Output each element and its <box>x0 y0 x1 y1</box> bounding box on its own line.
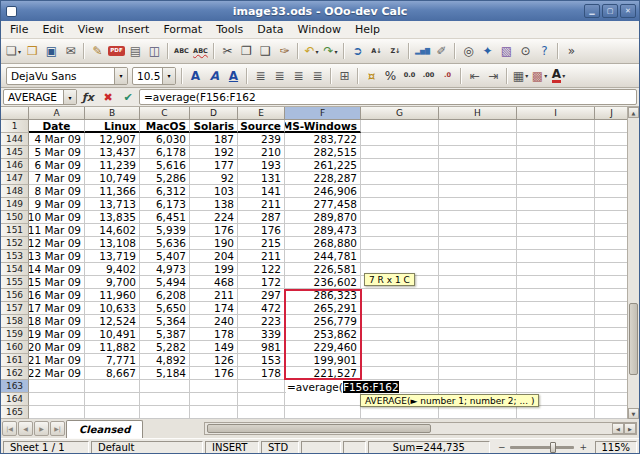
cell[interactable]: 10,749 <box>85 172 140 185</box>
cell[interactable]: 246,906 <box>285 185 361 198</box>
cell[interactable]: Date <box>29 120 85 133</box>
cell[interactable] <box>361 406 439 419</box>
add-decimal-button[interactable]: .00 <box>419 66 438 86</box>
cell[interactable]: 287 <box>238 211 285 224</box>
sort-descending-button[interactable]: Z↓ <box>386 41 405 61</box>
draw-functions-button[interactable]: ✐ <box>432 41 451 61</box>
cell[interactable] <box>285 406 361 419</box>
row-header-156[interactable]: 156 <box>1 289 29 302</box>
cell[interactable]: 22 Mar 09 <box>29 367 85 380</box>
cell[interactable]: 268,880 <box>285 237 361 250</box>
column-header-B[interactable]: B <box>85 107 140 120</box>
cell[interactable] <box>85 406 140 419</box>
menu-view[interactable]: View <box>71 21 111 38</box>
cell[interactable]: 5,636 <box>140 237 190 250</box>
cell[interactable] <box>439 172 517 185</box>
cell[interactable]: 149 <box>190 341 238 354</box>
background-color-dropdown-icon[interactable]: ▾ <box>544 72 547 79</box>
borders-dropdown-icon[interactable]: ▾ <box>525 72 528 79</box>
row-header-158[interactable]: 158 <box>1 315 29 328</box>
cell[interactable]: 256,779 <box>285 315 361 328</box>
cell[interactable]: Solaris <box>190 120 238 133</box>
row-header-1[interactable]: 1 <box>1 120 29 133</box>
cell[interactable]: 15 Mar 09 <box>29 276 85 289</box>
cell[interactable] <box>361 133 439 146</box>
next-sheet-button[interactable]: ▶ <box>34 421 49 436</box>
cell[interactable]: 297 <box>238 289 285 302</box>
find-replace-button[interactable]: ◎ <box>459 41 478 61</box>
cell[interactable] <box>29 380 85 393</box>
cell[interactable]: 211 <box>238 250 285 263</box>
cell[interactable]: 239 <box>238 133 285 146</box>
menu-tools[interactable]: Tools <box>209 21 250 38</box>
cell[interactable]: 9 Mar 09 <box>29 198 85 211</box>
cell[interactable] <box>439 133 517 146</box>
cell[interactable] <box>595 380 629 393</box>
cell[interactable] <box>517 263 595 276</box>
print-button[interactable]: ▤ <box>126 41 145 61</box>
insert-chart-button[interactable]: ▂▅▇ <box>413 41 432 61</box>
cell[interactable] <box>517 224 595 237</box>
column-header-C[interactable]: C <box>140 107 190 120</box>
cell[interactable]: 6,178 <box>140 146 190 159</box>
open-button[interactable]: ❒ <box>23 41 42 61</box>
row-header-165[interactable]: 165 <box>1 406 29 419</box>
cell[interactable]: 282,515 <box>285 146 361 159</box>
font-name-combo[interactable]: DejaVu Sans ▾ <box>6 67 128 85</box>
cell[interactable] <box>439 276 517 289</box>
cell[interactable]: 211 <box>190 289 238 302</box>
autospellcheck-button[interactable]: ABC <box>191 41 210 61</box>
selection-mode-indicator[interactable]: STD <box>261 441 299 454</box>
cell[interactable]: 103 <box>190 185 238 198</box>
cell[interactable] <box>595 315 629 328</box>
font-color-button[interactable]: A▾ <box>549 66 568 86</box>
cell[interactable]: 277,458 <box>285 198 361 211</box>
font-color-dropdown-icon[interactable]: ▾ <box>562 72 565 79</box>
cell[interactable]: 8 Mar 09 <box>29 185 85 198</box>
column-header-A[interactable]: A <box>29 107 85 120</box>
cell[interactable]: 199,901 <box>285 354 361 367</box>
cell[interactable]: 5,494 <box>140 276 190 289</box>
cell[interactable] <box>517 341 595 354</box>
scroll-up-icon[interactable]: ▲ <box>628 107 639 118</box>
italic-button[interactable]: A <box>205 66 224 86</box>
cell[interactable]: 13,835 <box>85 211 140 224</box>
format-paintbrush-button[interactable]: ✑ <box>275 41 294 61</box>
cell[interactable]: 6,312 <box>140 185 190 198</box>
cell[interactable]: 228,287 <box>285 172 361 185</box>
cell[interactable]: 176 <box>238 224 285 237</box>
cell[interactable] <box>361 250 439 263</box>
cell[interactable]: 283,722 <box>285 133 361 146</box>
close-button[interactable]: ✕ <box>620 4 636 18</box>
last-sheet-button[interactable]: ▶| <box>50 421 65 436</box>
cell[interactable]: 4,892 <box>140 354 190 367</box>
cell[interactable]: 240 <box>190 315 238 328</box>
cell[interactable] <box>439 237 517 250</box>
row-header-147[interactable]: 147 <box>1 172 29 185</box>
increase-indent-button[interactable]: ⇥ <box>484 66 503 86</box>
cell[interactable] <box>517 159 595 172</box>
cell[interactable]: 5,364 <box>140 315 190 328</box>
redo-button[interactable]: ↷▾ <box>321 41 340 61</box>
cell[interactable] <box>285 393 361 406</box>
cell[interactable]: 178 <box>190 328 238 341</box>
merge-cells-button[interactable]: ⊞ <box>335 66 354 86</box>
cell[interactable]: 14,602 <box>85 224 140 237</box>
zoom-slider[interactable] <box>510 446 574 449</box>
cell[interactable]: 126 <box>190 354 238 367</box>
menu-data[interactable]: Data <box>250 21 290 38</box>
cell[interactable] <box>595 185 629 198</box>
font-size-combo[interactable]: 10.5 ▾ <box>132 67 176 85</box>
cell[interactable] <box>517 367 595 380</box>
cell[interactable] <box>190 406 238 419</box>
cell[interactable] <box>517 237 595 250</box>
cell[interactable]: MS-Windows <box>285 120 361 133</box>
cell[interactable] <box>85 380 140 393</box>
cell[interactable]: 261,225 <box>285 159 361 172</box>
cell[interactable]: 153 <box>238 354 285 367</box>
cell[interactable]: 981 <box>238 341 285 354</box>
cell[interactable] <box>361 185 439 198</box>
cell[interactable] <box>517 146 595 159</box>
cell[interactable] <box>439 211 517 224</box>
function-wizard-button[interactable]: ƒx <box>79 89 97 105</box>
